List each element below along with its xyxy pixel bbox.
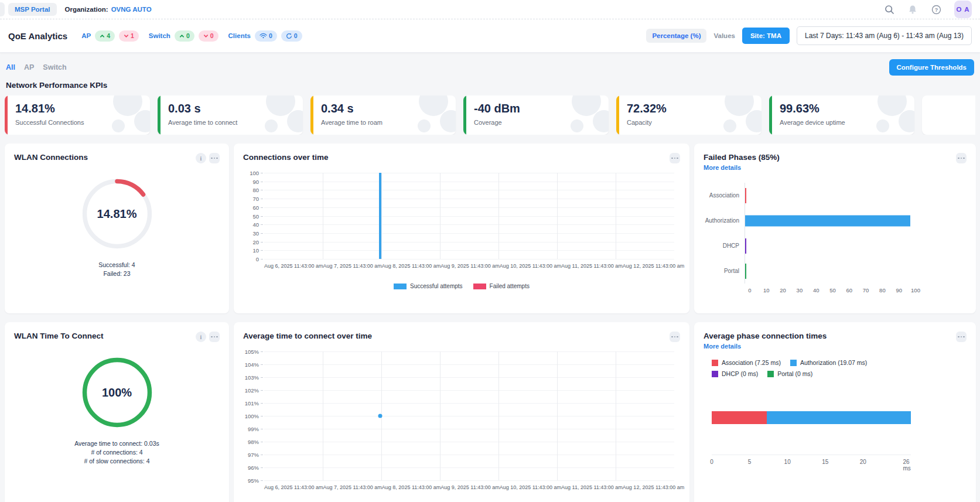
svg-text:?: ? (934, 6, 937, 12)
site-selector-button[interactable]: Site: TMA (742, 28, 790, 44)
legend-label: Association (7.25 ms) (722, 359, 781, 366)
y-axis-tickmark (261, 480, 263, 481)
connections-over-time-panel: Connections over time 100908070605040302… (234, 144, 689, 313)
kpi-value: 99.63% (780, 102, 906, 115)
chart-legend: Successful attemptsFailed attempts (243, 283, 680, 289)
search-icon[interactable] (884, 4, 894, 15)
wlan-ttc-gauge: 100% (80, 355, 155, 430)
legend-item-authorization[interactable]: Authorization (19.07 ms) (790, 359, 867, 366)
y-axis-tickmark (261, 390, 263, 391)
gridline-vertical (616, 351, 616, 480)
ellipsis-menu-icon[interactable] (670, 153, 680, 163)
gridline-vertical (323, 351, 323, 480)
tab-switch[interactable]: Switch (43, 63, 66, 71)
legend-swatch (473, 284, 486, 289)
y-axis-tick-label: 70 (252, 196, 259, 202)
x-axis-label: Aug 10, 2025 11:43:00 am (500, 263, 561, 269)
organization-link[interactable]: OVNG AUTO (111, 6, 152, 13)
panel-title: WLAN Connections (14, 153, 88, 162)
wlan-connections-gauge: 14.81% (80, 176, 155, 251)
gridline-horizontal (264, 455, 674, 455)
ap-label: AP (81, 32, 91, 39)
collapsed-menu-handle[interactable] (0, 2, 5, 16)
y-axis-tick-label: 98% (248, 439, 259, 445)
chevron-down-icon (124, 33, 129, 39)
tab-all[interactable]: All (6, 63, 15, 71)
gauge-summary: Successful: 4 Failed: 23 (14, 261, 220, 278)
chart-legend: Association (7.25 ms)Authorization (19.0… (712, 359, 905, 377)
gridline-horizontal (264, 242, 674, 243)
ellipsis-menu-icon[interactable] (209, 332, 220, 342)
panel-title: Connections over time (243, 153, 329, 162)
x-axis-tick-label: 20 (860, 459, 866, 465)
x-axis-labels: Aug 6, 2025 11:43:00 amAug 7, 2025 11:43… (264, 263, 674, 269)
phase-bar-sliver (745, 238, 746, 254)
legend-item-portal[interactable]: Portal (0 ms) (767, 370, 812, 377)
legend-item-failed-attempts[interactable]: Failed attempts (473, 283, 530, 289)
more-details-link[interactable]: More details (704, 164, 741, 171)
kpi-card-coverage: -40 dBmCoverage (463, 95, 609, 135)
x-axis-tick-label: 100 (911, 287, 920, 293)
gridline-horizontal (264, 351, 674, 352)
switch-down-badge[interactable]: 0 (199, 30, 218, 42)
kpi-accent-bar (5, 95, 8, 135)
gridline-vertical (498, 351, 499, 480)
y-axis-tick-label: 105% (245, 349, 259, 355)
percentage-toggle[interactable]: Percentage (%) (646, 29, 706, 43)
legend-item-dhcp[interactable]: DHCP (0 ms) (712, 370, 758, 377)
phase-bar (745, 215, 910, 226)
notifications-bell-icon[interactable] (907, 4, 918, 15)
x-axis-tick-label: 90 (896, 287, 902, 293)
ap-down-badge[interactable]: 1 (119, 30, 139, 42)
y-axis-tick-label: 104% (245, 361, 259, 368)
switch-up-badge[interactable]: 0 (175, 30, 194, 42)
date-range-picker[interactable]: Last 7 Days: 11:43 am (Aug 6) - 11:43 am… (797, 26, 972, 45)
legend-label: Successful attempts (410, 283, 462, 289)
y-axis-tick-label: 50 (252, 213, 259, 219)
clients-roaming-badge[interactable]: 0 (281, 30, 302, 42)
chevron-up-icon (179, 33, 185, 39)
tabs-row: All AP Switch Configure Thresholds (5, 59, 975, 76)
configure-thresholds-button[interactable]: Configure Thresholds (889, 59, 974, 76)
x-axis-tick-label: 5 (748, 459, 752, 465)
qoe-analytics-page: MSP Portal Organization:OVNG AUTO ? O A … (0, 0, 980, 502)
topbar-actions: ? O A (884, 1, 972, 18)
phase-bar-sliver (745, 188, 746, 203)
x-axis-tick-label: 0 (748, 287, 751, 293)
x-axis-tick-label: 40 (813, 287, 819, 293)
legend-item-successful-attempts[interactable]: Successful attempts (394, 283, 462, 289)
help-icon[interactable]: ? (931, 4, 941, 15)
y-axis-tick-label: 102% (245, 387, 259, 394)
info-icon[interactable]: i (196, 153, 206, 163)
gridline-vertical (557, 351, 558, 480)
x-axis-label: Aug 6, 2025 11:43:00 am (264, 484, 323, 490)
gridline-horizontal (264, 224, 674, 225)
y-axis-tickmark (261, 199, 263, 199)
kpi-card-average-time-to-connect: 0.03 sAverage time to connect (158, 95, 303, 135)
phase-category-label: Authorization (704, 217, 745, 224)
more-details-link[interactable]: More details (704, 343, 741, 350)
x-axis-label: Aug 11, 2025 11:43:00 am (561, 484, 623, 490)
ellipsis-menu-icon[interactable] (956, 332, 967, 342)
user-avatar[interactable]: O A (954, 1, 972, 18)
kpi-label: Capacity (627, 119, 753, 126)
gridline-horizontal (264, 403, 674, 404)
data-point (378, 414, 383, 418)
ellipsis-menu-icon[interactable] (956, 153, 967, 163)
tab-ap[interactable]: AP (24, 63, 34, 71)
panel-title: Average phase connection times (704, 332, 827, 340)
ellipsis-menu-icon[interactable] (209, 153, 220, 163)
ap-up-badge[interactable]: 4 (95, 30, 115, 42)
info-icon[interactable]: i (196, 332, 206, 342)
y-axis-tick-label: 96% (248, 465, 259, 471)
avg-phase-times-chart: Association (7.25 ms)Authorization (19.0… (704, 359, 967, 463)
kpi-section-title: Network Performance KPIs (6, 81, 974, 90)
legend-item-association[interactable]: Association (7.25 ms) (712, 359, 781, 366)
clients-wifi-badge[interactable]: 0 (255, 30, 277, 42)
device-status-badges: AP 4 1 Switch 0 0 Clients 0 (81, 30, 302, 42)
msp-portal-button[interactable]: MSP Portal (8, 3, 57, 16)
ellipsis-menu-icon[interactable] (670, 332, 680, 342)
values-toggle[interactable]: Values (713, 32, 735, 39)
kpi-label: Average time to roam (321, 119, 448, 126)
gridline-horizontal (264, 416, 674, 416)
